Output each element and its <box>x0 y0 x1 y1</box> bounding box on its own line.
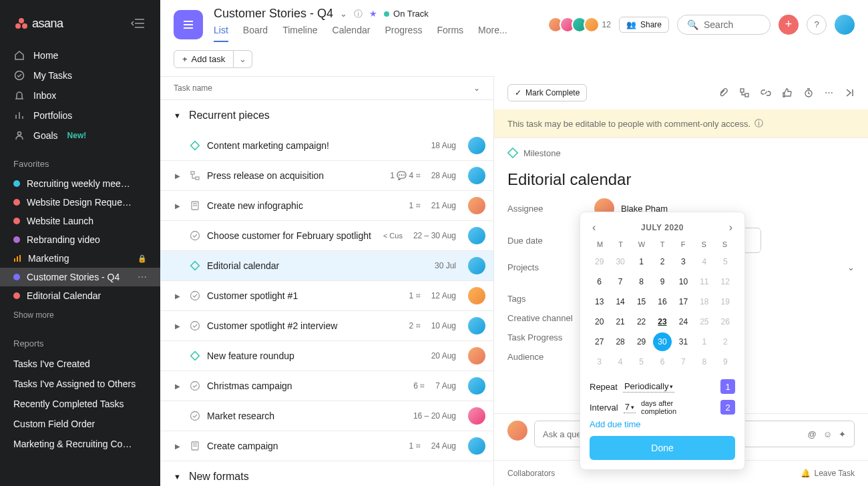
sidebar-favorite-item[interactable]: Editorial Calendar <box>0 286 160 305</box>
calendar-day[interactable]: 22 <box>632 312 651 331</box>
task-row[interactable]: Editorial calendar30 Jul <box>160 251 493 281</box>
task-row[interactable]: ▶Customer spotlight #2 interview2 ⌗10 Au… <box>160 311 493 341</box>
task-row[interactable]: New feature roundup20 Aug <box>160 341 493 371</box>
star-icon[interactable]: ★ <box>369 9 377 19</box>
done-button[interactable]: Done <box>590 436 735 460</box>
timer-icon[interactable] <box>803 87 814 98</box>
more-icon[interactable]: ⋯ <box>825 87 833 98</box>
leave-task-button[interactable]: 🔔Leave Task <box>801 469 855 478</box>
calendar-day[interactable]: 7 <box>674 352 692 371</box>
calendar-day[interactable]: 5 <box>632 352 651 371</box>
calendar-day[interactable]: 10 <box>674 272 692 291</box>
show-more[interactable]: Show more <box>0 305 160 325</box>
calendar-day[interactable]: 2 <box>716 332 734 351</box>
task-row[interactable]: ▶Christmas campaign6 ⌗7 Aug <box>160 371 493 401</box>
subtask-icon[interactable] <box>739 87 750 98</box>
calendar-day[interactable]: 9 <box>716 352 734 371</box>
logo[interactable]: asana <box>15 17 63 31</box>
sidebar-report-item[interactable]: Marketing & Recruiting Co… <box>0 434 160 454</box>
tab-calendar[interactable]: Calendar <box>333 25 371 42</box>
calendar-day[interactable]: 9 <box>653 272 672 291</box>
collapse-sidebar-button[interactable] <box>128 13 148 33</box>
nav-home[interactable]: Home <box>0 45 160 65</box>
calendar-day[interactable]: 28 <box>611 332 630 351</box>
calendar-day[interactable]: 18 <box>695 292 714 311</box>
sidebar-favorite-item[interactable]: Customer Stories - Q4⋯ <box>0 268 160 286</box>
sidebar-favorite-item[interactable]: Website Design Reque… <box>0 193 160 212</box>
task-row[interactable]: ▶Customer spotlight #11 ⌗12 Aug <box>160 281 493 311</box>
calendar-day[interactable]: 14 <box>611 292 630 311</box>
profile-avatar[interactable] <box>835 15 855 35</box>
calendar-day[interactable]: 24 <box>674 312 692 331</box>
repeat-dropdown[interactable]: Periodically▾ <box>623 381 674 393</box>
add-due-time-link[interactable]: Add due time <box>590 419 735 429</box>
sidebar-report-item[interactable]: Recently Completed Tasks <box>0 394 160 414</box>
calendar-day[interactable]: 29 <box>590 252 609 271</box>
status-pill[interactable]: On Track <box>384 9 429 19</box>
tab-board[interactable]: Board <box>243 25 268 42</box>
chevron-down-icon[interactable]: ⌄ <box>847 262 855 272</box>
calendar-day[interactable]: 25 <box>695 312 714 331</box>
add-button[interactable]: + <box>779 15 799 35</box>
calendar-day[interactable]: 2 <box>653 252 672 271</box>
calendar-day[interactable]: 29 <box>632 332 651 351</box>
calendar-day[interactable]: 11 <box>695 272 714 291</box>
sidebar-report-item[interactable]: Tasks I've Created <box>0 354 160 374</box>
project-icon[interactable] <box>174 10 203 39</box>
emoji-icon[interactable]: ☺ <box>823 429 832 439</box>
task-row[interactable]: ▶Press release on acquisition1 💬 4 ⌗28 A… <box>160 161 493 191</box>
tab-timeline[interactable]: Timeline <box>282 25 317 42</box>
close-panel-icon[interactable] <box>844 87 855 98</box>
task-row[interactable]: Choose customer for February spotlight< … <box>160 221 493 251</box>
calendar-day[interactable]: 1 <box>632 252 651 271</box>
nav-portfolios[interactable]: Portfolios <box>0 105 160 126</box>
calendar-day[interactable]: 3 <box>590 352 609 371</box>
calendar-day[interactable]: 4 <box>611 352 630 371</box>
calendar-day[interactable]: 6 <box>590 272 609 291</box>
tab-list[interactable]: List <box>214 25 228 42</box>
sidebar-report-item[interactable]: Custom Field Order <box>0 414 160 434</box>
calendar-day[interactable]: 8 <box>632 272 651 291</box>
task-title[interactable]: Editorial calendar <box>507 170 855 189</box>
section-header[interactable]: ▼New formats <box>160 461 493 486</box>
info-icon[interactable]: ⓘ <box>754 117 763 130</box>
add-task-dropdown[interactable]: ⌄ <box>234 50 252 68</box>
nav-my-tasks[interactable]: My Tasks <box>0 65 160 85</box>
calendar-day[interactable]: 15 <box>632 292 651 311</box>
calendar-day[interactable]: 7 <box>611 272 630 291</box>
search-input[interactable]: 🔍Search <box>677 15 771 35</box>
tab-more-[interactable]: More... <box>478 25 507 42</box>
tab-progress[interactable]: Progress <box>385 25 422 42</box>
calendar-day[interactable]: 4 <box>695 252 714 271</box>
add-task-button[interactable]: +Add task <box>174 50 234 68</box>
chevron-down-icon[interactable]: ⌄ <box>340 9 347 19</box>
calendar-day[interactable]: 6 <box>653 352 672 371</box>
chevron-down-icon[interactable]: ⌄ <box>473 83 480 93</box>
calendar-day[interactable]: 19 <box>716 292 734 311</box>
task-row[interactable]: Content marketing campaign!18 Aug <box>160 131 493 161</box>
calendar-day[interactable]: 16 <box>653 292 672 311</box>
sidebar-favorite-item[interactable]: Rebranding video <box>0 230 160 249</box>
sidebar-favorite-item[interactable]: Marketing🔒 <box>0 249 160 268</box>
share-button[interactable]: 👥Share <box>619 17 669 33</box>
calendar-day[interactable]: 30 <box>611 252 630 271</box>
calendar-day[interactable]: 1 <box>695 332 714 351</box>
sidebar-favorite-item[interactable]: Website Launch <box>0 212 160 230</box>
calendar-day[interactable]: 27 <box>590 332 609 351</box>
task-row[interactable]: Market research16 – 20 Aug <box>160 401 493 431</box>
tab-forms[interactable]: Forms <box>437 25 463 42</box>
calendar-day[interactable]: 21 <box>611 312 630 331</box>
calendar-day[interactable]: 23 <box>653 312 672 331</box>
sidebar-report-item[interactable]: Tasks I've Assigned to Others <box>0 374 160 394</box>
mark-complete-button[interactable]: ✓Mark Complete <box>507 84 587 101</box>
calendar-day[interactable]: 31 <box>674 332 692 351</box>
calendar-day[interactable]: 30 <box>653 332 672 351</box>
sidebar-favorite-item[interactable]: Recruiting weekly mee… <box>0 174 160 193</box>
prev-month-button[interactable]: ‹ <box>592 222 596 234</box>
calendar-day[interactable]: 20 <box>590 312 609 331</box>
nav-inbox[interactable]: Inbox <box>0 85 160 105</box>
help-button[interactable]: ? <box>807 15 827 35</box>
calendar-day[interactable]: 17 <box>674 292 692 311</box>
interval-dropdown[interactable]: 7▾ <box>624 401 636 413</box>
task-row[interactable]: ▶Create campaign1 ⌗24 Aug <box>160 431 493 461</box>
